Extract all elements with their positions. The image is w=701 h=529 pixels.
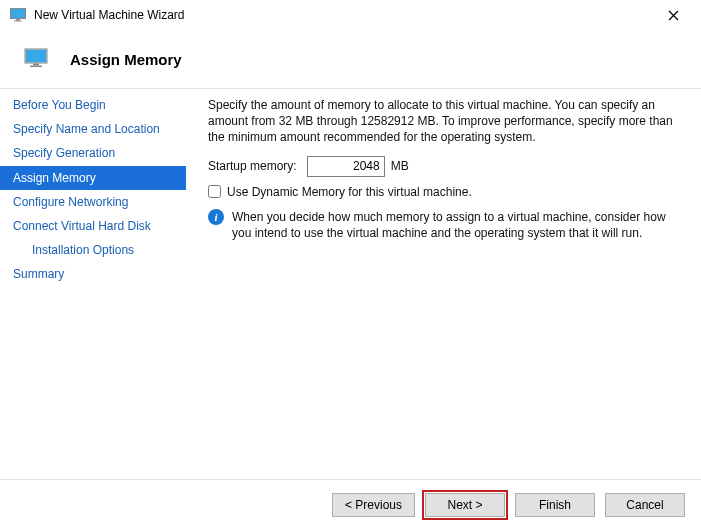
svg-rect-4 [26,50,47,63]
svg-rect-6 [33,64,39,66]
svg-rect-0 [11,9,25,18]
step-assign-memory[interactable]: Assign Memory [0,166,186,190]
svg-rect-7 [30,66,42,68]
step-connect-vhd[interactable]: Connect Virtual Hard Disk [0,214,186,238]
startup-memory-label: Startup memory: [208,159,297,173]
startup-memory-input[interactable] [307,156,385,177]
wizard-footer: < Previous Next > Finish Cancel [0,479,701,529]
startup-memory-unit: MB [391,159,409,173]
step-configure-networking[interactable]: Configure Networking [0,190,186,214]
intro-text: Specify the amount of memory to allocate… [208,97,679,146]
window-title: New Virtual Machine Wizard [34,8,653,22]
svg-rect-2 [16,19,20,21]
info-text: When you decide how much memory to assig… [232,209,679,241]
info-icon: i [208,209,224,225]
svg-rect-3 [14,21,22,22]
dynamic-memory-label: Use Dynamic Memory for this virtual mach… [227,185,472,199]
wizard-header: Assign Memory [0,30,701,88]
page-title: Assign Memory [70,51,182,68]
wizard-steps: Before You Begin Specify Name and Locati… [0,89,186,479]
previous-button[interactable]: < Previous [332,493,415,517]
close-button[interactable] [653,1,693,29]
step-specify-name-location[interactable]: Specify Name and Location [0,117,186,141]
finish-button[interactable]: Finish [515,493,595,517]
next-button[interactable]: Next > [425,493,505,517]
step-before-you-begin[interactable]: Before You Begin [0,93,186,117]
close-icon [668,10,679,21]
cancel-button[interactable]: Cancel [605,493,685,517]
dynamic-memory-checkbox[interactable] [208,185,221,198]
step-specify-generation[interactable]: Specify Generation [0,141,186,165]
header-icon [24,48,48,68]
app-icon [10,8,26,22]
step-summary[interactable]: Summary [0,262,186,286]
step-installation-options[interactable]: Installation Options [0,238,186,262]
titlebar: New Virtual Machine Wizard [0,0,701,30]
content-pane: Specify the amount of memory to allocate… [186,89,701,479]
